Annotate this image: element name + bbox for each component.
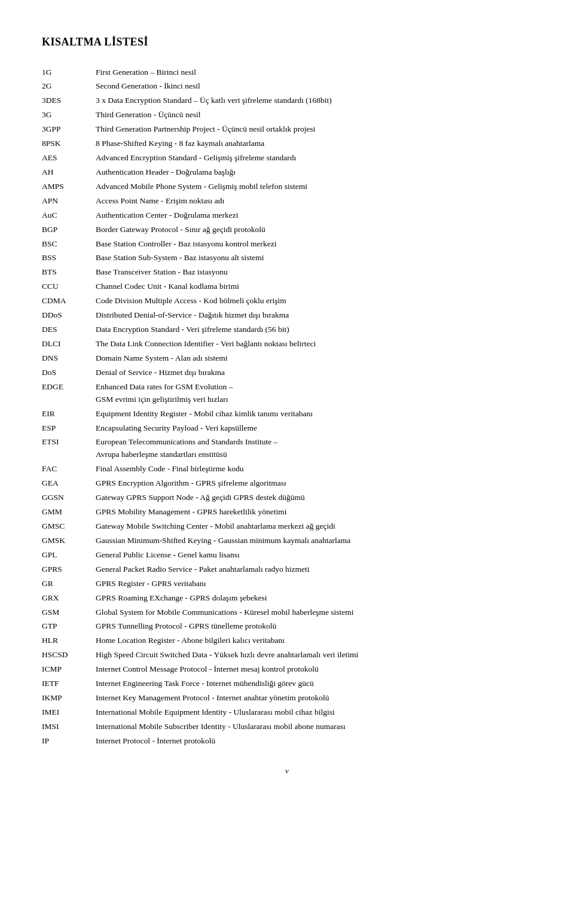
abbreviation-cell: AuC	[42, 208, 96, 222]
table-row: GMMGPRS Mobility Management - GPRS harek…	[42, 505, 532, 520]
definition-cell: Home Location Register - Abone bilgileri…	[96, 634, 532, 648]
table-row: ICMPInternet Control Message Protocol - …	[42, 663, 532, 677]
definition-cell: Data Encryption Standard - Veri şifrelem…	[96, 323, 532, 337]
abbreviation-cell: AES	[42, 151, 96, 166]
definition-cell: Second Generation - İkinci nesil	[96, 80, 532, 94]
abbreviation-cell: GRX	[42, 591, 96, 605]
abbreviation-cell: GSM	[42, 605, 96, 620]
definition-cell: Channel Codec Unit - Kanal kodlama birim…	[96, 280, 532, 294]
table-row: AMPSAdvanced Mobile Phone System - Geliş…	[42, 179, 532, 194]
abbreviation-cell: BGP	[42, 222, 96, 237]
abbreviation-cell: GPRS	[42, 562, 96, 577]
abbreviation-cell: IKMP	[42, 691, 96, 706]
table-row: DDoSDistributed Denial-of-Service - Dağı…	[42, 309, 532, 323]
table-row: EDGEEnhanced Data rates for GSM Evolutio…	[42, 380, 532, 407]
abbreviation-cell: 2G	[42, 80, 96, 94]
abbreviation-cell: BSC	[42, 237, 96, 251]
table-row: DLCI The Data Link Connection Identifier…	[42, 337, 532, 352]
table-row: 2GSecond Generation - İkinci nesil	[42, 80, 532, 94]
table-row: 3GPPThird Generation Partnership Project…	[42, 123, 532, 137]
definition-cell: Gaussian Minimum-Shifted Keying - Gaussi…	[96, 533, 532, 548]
definition-cell: General Packet Radio Service - Paket ana…	[96, 562, 532, 577]
abbreviation-table: 1GFirst Generation – Birinci nesil2GSeco…	[42, 65, 532, 748]
abbreviation-cell: BSS	[42, 251, 96, 266]
table-row: CCUChannel Codec Unit - Kanal kodlama bi…	[42, 280, 532, 294]
definition-cell: 8 Phase-Shifted Keying - 8 faz kaymalı a…	[96, 137, 532, 151]
definition-cell: High Speed Circuit Switched Data - Yükse…	[96, 648, 532, 663]
table-row: GGSNGateway GPRS Support Node - Ağ geçid…	[42, 491, 532, 505]
abbreviation-cell: AMPS	[42, 179, 96, 194]
abbreviation-cell: GPL	[42, 548, 96, 562]
table-row: ESPEncapsulating Security Payload - Veri…	[42, 421, 532, 435]
table-row: 3GThird Generation - Üçüncü nesil	[42, 108, 532, 123]
table-row: BSSBase Station Sub-System - Baz istasyo…	[42, 251, 532, 266]
definition-cell: Third Generation Partnership Project - Ü…	[96, 123, 532, 137]
table-row: GEAGPRS Encryption Algorithm - GPRS şifr…	[42, 477, 532, 491]
abbreviation-cell: DES	[42, 323, 96, 337]
definition-cell: Advanced Encryption Standard - Gelişmiş …	[96, 151, 532, 166]
abbreviation-cell: ICMP	[42, 663, 96, 677]
definition-cell: Code Division Multiple Access - Kod bölm…	[96, 294, 532, 309]
abbreviation-cell: HSCSD	[42, 648, 96, 663]
table-row: GRXGPRS Roaming EXchange - GPRS dolaşım …	[42, 591, 532, 605]
definition-cell: GPRS Mobility Management - GPRS hareketl…	[96, 505, 532, 520]
definition-cell: Gateway Mobile Switching Center - Mobil …	[96, 520, 532, 534]
definition-cell: Access Point Name - Erişim noktası adı	[96, 194, 532, 208]
abbreviation-cell: GTP	[42, 620, 96, 634]
table-row: IETFInternet Engineering Task Force - In…	[42, 677, 532, 691]
abbreviation-cell: DNS	[42, 351, 96, 365]
table-row: HSCSDHigh Speed Circuit Switched Data - …	[42, 648, 532, 663]
abbreviation-cell: ETSI	[42, 435, 96, 462]
abbreviation-cell: GGSN	[42, 491, 96, 505]
table-row: DoSDenial of Service - Hizmet dışı bırak…	[42, 365, 532, 380]
table-row: FACFinal Assembly Code - Final birleştir…	[42, 462, 532, 477]
definition-cell: First Generation – Birinci nesil	[96, 65, 532, 80]
definition-cell: GPRS Encryption Algorithm - GPRS şifrele…	[96, 477, 532, 491]
abbreviation-cell: GEA	[42, 477, 96, 491]
page-title: KISALTMA LİSTESİ	[42, 36, 532, 48]
abbreviation-cell: BTS	[42, 266, 96, 280]
table-row: BTSBase Transceiver Station - Baz istasy…	[42, 266, 532, 280]
abbreviation-cell: CCU	[42, 280, 96, 294]
abbreviation-cell: GMM	[42, 505, 96, 520]
table-row: AuCAuthentication Center - Doğrulama mer…	[42, 208, 532, 222]
definition-cell: Third Generation - Üçüncü nesil	[96, 108, 532, 123]
abbreviation-cell: DDoS	[42, 309, 96, 323]
table-row: IMSIInternational Mobile Subscriber Iden…	[42, 719, 532, 734]
definition-cell: Encapsulating Security Payload - Veri ka…	[96, 421, 532, 435]
abbreviation-cell: APN	[42, 194, 96, 208]
definition-cell: Enhanced Data rates for GSM Evolution –G…	[96, 380, 532, 407]
table-row: AHAuthentication Header - Doğrulama başl…	[42, 165, 532, 179]
abbreviation-cell: IP	[42, 734, 96, 748]
abbreviation-cell: 1G	[42, 65, 96, 80]
definition-cell: Distributed Denial-of-Service - Dağıtık …	[96, 309, 532, 323]
abbreviation-cell: IMSI	[42, 719, 96, 734]
definition-cell: Advanced Mobile Phone System - Gelişmiş …	[96, 179, 532, 194]
table-row: 3DES3 x Data Encryption Standard – Üç ka…	[42, 94, 532, 108]
definition-cell: Equipment Identity Register - Mobil ciha…	[96, 407, 532, 421]
definition-cell: Border Gateway Protocol - Sınır ağ geçid…	[96, 222, 532, 237]
definition-cell: General Public License - Genel kamu lisa…	[96, 548, 532, 562]
table-row: CDMACode Division Multiple Access - Kod …	[42, 294, 532, 309]
table-row: GMSKGaussian Minimum-Shifted Keying - Ga…	[42, 533, 532, 548]
definition-cell: European Telecommunications and Standard…	[96, 435, 532, 462]
abbreviation-cell: AH	[42, 165, 96, 179]
table-row: 8PSK8 Phase-Shifted Keying - 8 faz kayma…	[42, 137, 532, 151]
definition-cell: International Mobile Equipment Identity …	[96, 705, 532, 719]
definition-cell: GPRS Register - GPRS veritabanı	[96, 577, 532, 591]
abbreviation-cell: EIR	[42, 407, 96, 421]
table-row: APNAccess Point Name - Erişim noktası ad…	[42, 194, 532, 208]
definition-cell: Authentication Center - Doğrulama merkez…	[96, 208, 532, 222]
abbreviation-cell: GMSC	[42, 520, 96, 534]
definition-cell: Internet Key Management Protocol - Inter…	[96, 691, 532, 706]
definition-cell: International Mobile Subscriber Identity…	[96, 719, 532, 734]
definition-cell: Denial of Service - Hizmet dışı bırakma	[96, 365, 532, 380]
table-row: GRGPRS Register - GPRS veritabanı	[42, 577, 532, 591]
table-row: AESAdvanced Encryption Standard - Gelişm…	[42, 151, 532, 166]
table-row: ETSIEuropean Telecommunications and Stan…	[42, 435, 532, 462]
table-row: HLRHome Location Register - Abone bilgil…	[42, 634, 532, 648]
abbreviation-cell: CDMA	[42, 294, 96, 309]
definition-cell: Internet Control Message Protocol - İnte…	[96, 663, 532, 677]
abbreviation-cell: EDGE	[42, 380, 96, 407]
table-row: DESData Encryption Standard - Veri şifre…	[42, 323, 532, 337]
